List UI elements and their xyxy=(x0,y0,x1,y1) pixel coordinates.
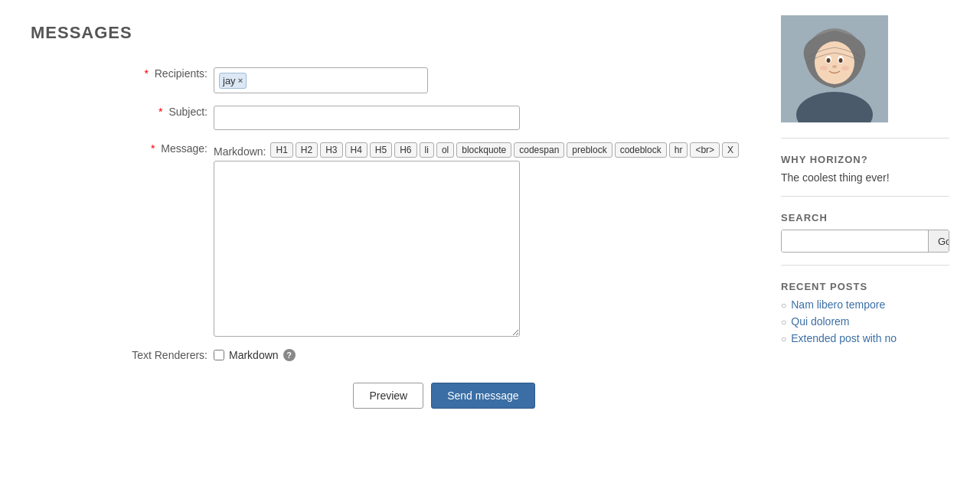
markdown-checkbox[interactable] xyxy=(214,350,224,360)
md-h2-button[interactable]: H2 xyxy=(296,142,318,158)
recent-posts-list: ○ Nam libero tempore ○ Qui dolorem ○ Ext… xyxy=(781,298,949,344)
sidebar: WHY HORIZON? The coolest thing ever! SEA… xyxy=(781,15,949,409)
search-input[interactable] xyxy=(782,230,928,252)
message-label: Message: xyxy=(161,142,207,155)
required-star-recipients: * xyxy=(144,67,148,80)
text-renderers-label: Text Renderers: xyxy=(132,349,207,361)
md-h3-button[interactable]: H3 xyxy=(320,142,342,158)
markdown-toolbar: H1 H2 H3 H4 H5 H6 li ol blockquote codes… xyxy=(270,142,739,158)
subject-label-cell: * Subject: xyxy=(31,99,211,136)
svg-point-9 xyxy=(820,66,828,70)
subject-input[interactable] xyxy=(214,106,520,130)
recipients-label: Recipients: xyxy=(155,67,207,80)
recipient-tag: jay × xyxy=(219,73,247,89)
subject-label: Subject: xyxy=(168,106,207,118)
list-item: ○ Qui dolorem xyxy=(781,315,949,328)
list-item: ○ Extended post with no xyxy=(781,332,949,344)
required-star-subject: * xyxy=(158,106,162,118)
message-form: * Recipients: jay × * Subject: xyxy=(31,61,750,367)
md-codeblock-button[interactable]: codeblock xyxy=(615,142,667,158)
form-buttons: Preview Send message xyxy=(138,383,750,409)
post-bullet-1: ○ xyxy=(781,300,786,311)
preview-button[interactable]: Preview xyxy=(353,383,423,409)
recent-posts-title: RECENT POSTS xyxy=(781,281,949,292)
sidebar-divider-1 xyxy=(781,138,949,139)
svg-point-10 xyxy=(841,66,849,70)
search-go-button[interactable]: Go xyxy=(928,230,949,252)
md-li-button[interactable]: li xyxy=(420,142,434,158)
sidebar-avatar xyxy=(781,15,888,122)
md-h1-button[interactable]: H1 xyxy=(270,142,292,158)
text-renderers-label-cell: Text Renderers: xyxy=(31,343,211,367)
recipients-field-cell: jay × xyxy=(211,61,750,99)
tag-remove-button[interactable]: × xyxy=(238,76,243,85)
md-x-button[interactable]: X xyxy=(722,142,739,158)
svg-point-7 xyxy=(839,58,843,63)
search-box: Go xyxy=(781,230,949,253)
markdown-renderer-label: Markdown xyxy=(229,349,279,361)
message-row: * Message: Markdown: H1 H2 H3 H4 H5 xyxy=(31,136,750,343)
message-field-cell: Markdown: H1 H2 H3 H4 H5 H6 li ol blockq… xyxy=(211,136,750,343)
recipients-row: * Recipients: jay × xyxy=(31,61,750,99)
markdown-label: Markdown: xyxy=(214,142,266,158)
post-bullet-2: ○ xyxy=(781,317,786,328)
post-link-3[interactable]: Extended post with no xyxy=(791,332,897,344)
message-textarea[interactable] xyxy=(214,161,520,337)
text-renderers-row: Text Renderers: Markdown ? xyxy=(31,343,750,367)
markdown-toolbar-area: Markdown: H1 H2 H3 H4 H5 H6 li ol blockq… xyxy=(214,142,747,158)
help-icon[interactable]: ? xyxy=(283,349,296,361)
sidebar-divider-3 xyxy=(781,265,949,266)
svg-point-6 xyxy=(827,58,831,63)
list-item: ○ Nam libero tempore xyxy=(781,298,949,311)
recipients-input-box[interactable]: jay × xyxy=(214,67,428,93)
svg-point-8 xyxy=(832,65,837,68)
md-preblock-button[interactable]: preblock xyxy=(567,142,612,158)
page-title: MESSAGES xyxy=(31,23,750,43)
search-title: SEARCH xyxy=(781,212,949,223)
text-renderers-field-cell: Markdown ? xyxy=(211,343,750,367)
post-link-2[interactable]: Qui dolorem xyxy=(791,315,849,328)
md-blockquote-button[interactable]: blockquote xyxy=(456,142,511,158)
md-hr-button[interactable]: hr xyxy=(669,142,688,158)
md-h4-button[interactable]: H4 xyxy=(345,142,368,158)
message-label-cell: * Message: xyxy=(31,136,211,343)
md-codespan-button[interactable]: codespan xyxy=(514,142,564,158)
md-ol-button[interactable]: ol xyxy=(436,142,454,158)
recipients-label-cell: * Recipients: xyxy=(31,61,211,99)
send-message-button[interactable]: Send message xyxy=(431,383,534,409)
sidebar-divider-2 xyxy=(781,196,949,197)
required-star-message: * xyxy=(151,142,155,155)
subject-field-cell xyxy=(211,99,750,136)
why-horizon-text: The coolest thing ever! xyxy=(781,171,949,184)
why-horizon-title: WHY HORIZON? xyxy=(781,154,949,165)
md-br-button[interactable]: <br> xyxy=(690,142,720,158)
tag-label: jay xyxy=(223,75,236,86)
md-h6-button[interactable]: H6 xyxy=(394,142,416,158)
avatar-image xyxy=(781,15,888,122)
post-link-1[interactable]: Nam libero tempore xyxy=(791,298,885,311)
post-bullet-3: ○ xyxy=(781,334,786,344)
renderers-row: Markdown ? xyxy=(214,349,747,361)
subject-row: * Subject: xyxy=(31,99,750,136)
md-h5-button[interactable]: H5 xyxy=(370,142,392,158)
